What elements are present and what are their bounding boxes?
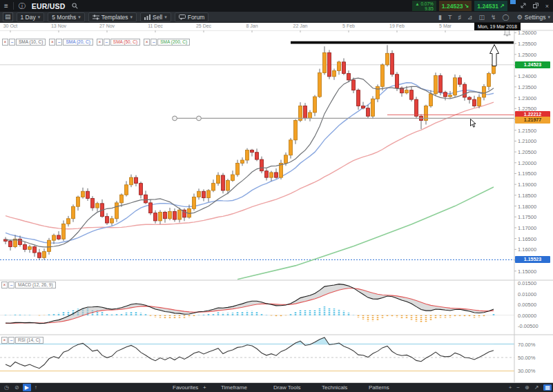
trendline-handle[interactable] [173, 116, 177, 121]
candle-body [125, 185, 128, 195]
date-tick-label: 13 Nov [47, 23, 70, 28]
search-icon[interactable] [70, 3, 80, 9]
zoom-in-icon[interactable]: + [509, 384, 512, 391]
candle-body [458, 78, 462, 84]
speech-bubble-icon [179, 14, 186, 20]
candle-body [323, 52, 327, 72]
price-axis-label: 1.20000 [518, 160, 536, 166]
flash-icon[interactable]: ↯ [491, 14, 496, 21]
settings-dropdown[interactable]: ⚙ Settings ▾ [513, 14, 550, 21]
close-icon[interactable]: × [2, 39, 8, 46]
bottom-tab--[interactable]: + [203, 383, 206, 392]
macd-axis-label: 0.01500 [518, 280, 536, 286]
bottom-tab-draw-tools[interactable]: Draw Tools [273, 383, 300, 392]
indicator-label: SMA (50, C) [110, 39, 140, 46]
info-icon[interactable]: ⓘ [17, 0, 28, 12]
drawing-tools-strip: ▮T♯⊿◫↯◯ [438, 14, 510, 21]
minimize-icon[interactable]: – [8, 282, 14, 288]
grid-icon[interactable]: ♯ [458, 14, 462, 21]
date-axis: 30 Oct13 Nov27 Nov11 Dec25 Dec8 Jan22 Ja… [0, 23, 514, 30]
trendline-handle[interactable] [197, 116, 202, 121]
candle-body [396, 75, 399, 88]
candle-body [429, 94, 433, 106]
candle-body [251, 150, 254, 153]
popout-icon[interactable] [531, 3, 541, 10]
close-icon[interactable]: × [97, 39, 103, 46]
candle-body [328, 52, 331, 77]
rsi-line [6, 337, 494, 369]
close-icon[interactable]: × [1, 337, 8, 344]
menu-icon[interactable]: ≡ [2, 0, 10, 12]
pointer-tool-icon[interactable]: ▶ [23, 384, 31, 391]
price-axis-label: 1.15000 [518, 268, 536, 275]
sell-arrow-icon: ↘ [465, 3, 469, 9]
range-dropdown[interactable]: 5 Months ▾ [48, 12, 84, 22]
send-icon[interactable]: ↑ [32, 384, 39, 391]
rsi-axis-label: 30.00% [518, 368, 535, 374]
disable-icon[interactable]: ⊘ [12, 384, 21, 391]
candle-body [405, 90, 409, 93]
history-icon[interactable]: ◷ [2, 384, 11, 391]
chevron-down-icon: ▾ [547, 14, 550, 20]
chart-mode-icon[interactable]: ▦ [543, 384, 552, 391]
bottom-tab-favourites[interactable]: Favourites [173, 383, 198, 392]
templates-icon [93, 14, 99, 20]
range-label: 5 Months [52, 14, 76, 21]
price-axis-label: 1.21000 [518, 138, 536, 144]
sma-legend-chip: ×–SMA (20, C) [49, 39, 93, 46]
close-icon[interactable]: × [543, 3, 551, 10]
candle-body [154, 213, 157, 221]
candle-body [255, 153, 259, 159]
forum-button[interactable]: Forum [175, 12, 209, 22]
order-price-badge: 1.21977 [515, 117, 550, 124]
change-points: 9.85 [415, 6, 434, 11]
templates-dropdown[interactable]: Templates ▾ [88, 12, 137, 22]
price-axis-label: 1.19500 [518, 170, 536, 177]
candle-body [197, 191, 201, 197]
close-icon[interactable]: × [1, 282, 8, 288]
price-axis-label: 1.23000 [518, 95, 536, 101]
minimize-icon[interactable]: – [56, 39, 62, 46]
date-tick-label: 8 Jan [240, 23, 264, 28]
close-icon[interactable]: × [49, 39, 55, 46]
candle-body [294, 121, 298, 140]
minimize-icon[interactable]: – [151, 39, 157, 46]
price-axis-label: 1.16500 [518, 236, 536, 242]
bottom-tab-patterns[interactable]: Patterns [369, 383, 389, 392]
macd-axis-label: 0.00500 [518, 302, 536, 308]
layers-icon[interactable]: ◫ [479, 14, 485, 21]
candle-body [371, 99, 375, 116]
sell-dropdown[interactable]: Sell ▾ [140, 12, 171, 22]
price-axis-label: 1.18000 [518, 204, 536, 210]
buy-price: 1.24531 [477, 3, 498, 10]
bottom-tab-technicals[interactable]: Technicals [322, 383, 347, 392]
expand-icon[interactable] [518, 3, 528, 10]
buy-price-button[interactable]: 1.24531 ↗ [474, 1, 507, 11]
crosshair-icon[interactable]: ⊕ [525, 384, 530, 391]
price-axis-label: 1.18500 [518, 193, 536, 199]
close-icon[interactable]: × [144, 39, 150, 46]
minimize-icon[interactable]: – [104, 39, 110, 46]
chart-list-icon[interactable]: ▤ [3, 12, 13, 21]
pan-icon[interactable]: ↗ [534, 384, 539, 391]
chevron-down-icon: ▾ [164, 14, 167, 21]
candle-body [342, 62, 346, 74]
chart-toolbar: ▤ 1 Day ▾ 5 Months ▾ Templates ▾ Sell ▾ [0, 12, 553, 23]
minimize-icon[interactable]: – [8, 337, 14, 344]
candle-body [159, 212, 162, 221]
bottom-tab-timeframe[interactable]: Timeframe [221, 383, 247, 392]
zoom-out-icon[interactable]: − [516, 384, 520, 391]
period-dropdown[interactable]: 1 Day ▾ [17, 12, 45, 22]
period-label: 1 Day [21, 14, 36, 21]
candle-body [357, 90, 360, 106]
ellipse-icon[interactable]: ◯ [503, 14, 510, 21]
minimize-icon[interactable]: – [9, 39, 15, 46]
candle-body [352, 80, 356, 90]
candlestick-icon[interactable]: ▮ [438, 14, 442, 21]
change-percent: 0.07% [420, 1, 433, 6]
text-tool-icon[interactable]: T [448, 14, 452, 21]
price-axis-label: 1.19000 [518, 182, 536, 188]
trendline-icon[interactable]: ⊿ [467, 14, 473, 21]
candle-body [473, 99, 476, 106]
sell-price-button[interactable]: 1.24523 ↘ [439, 1, 472, 11]
